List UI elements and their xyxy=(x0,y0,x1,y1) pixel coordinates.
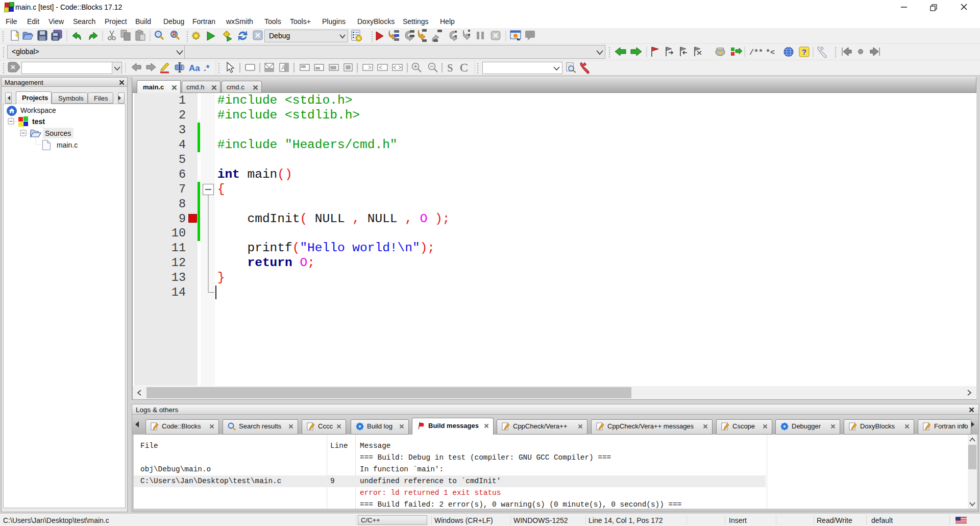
svg-text:A: A xyxy=(281,64,285,71)
svg-text:S: S xyxy=(447,62,453,74)
svg-text:?: ? xyxy=(802,47,806,56)
svg-text:.*: .* xyxy=(204,63,210,73)
svg-text:Aa: Aa xyxy=(189,63,200,73)
svg-text:C: C xyxy=(460,61,468,74)
svg-text:/**: /** xyxy=(749,49,763,57)
svg-text:*<: *< xyxy=(766,49,775,57)
svg-text:R: R xyxy=(173,32,177,37)
